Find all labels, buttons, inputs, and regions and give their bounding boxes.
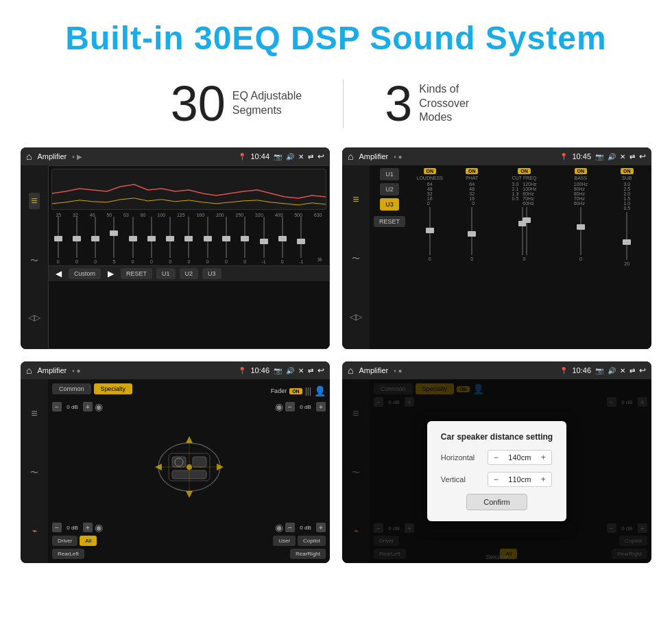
crossover-sidebar: ≡ 〜 ◁▷: [342, 165, 370, 349]
rr-speaker-icon: ◉: [275, 522, 283, 533]
cutfreq-fader-l[interactable]: [522, 207, 523, 255]
loudness-on[interactable]: ON: [424, 168, 437, 174]
wave-icon-3[interactable]: 〜: [30, 467, 38, 479]
reset-btn-cross[interactable]: RESET: [374, 216, 405, 227]
fader-15[interactable]: »: [314, 254, 325, 264]
copilot-btn[interactable]: Copilot: [298, 536, 326, 546]
fader-10[interactable]: 0: [221, 217, 232, 264]
menu-icon-3: ▪ ●: [72, 367, 80, 374]
fader-3[interactable]: 0: [90, 217, 101, 264]
menu-icon-1: ▪ ▶: [72, 153, 82, 160]
loudness-label: LOUDNESS: [416, 176, 443, 180]
horizontal-row: Horizontal − 140cm +: [441, 450, 553, 465]
stats-row: 30 EQ AdjustableSegments 3 Kinds ofCross…: [0, 69, 672, 147]
fl-speaker-icon: ◉: [95, 401, 103, 412]
camera-icon-1: 📷: [274, 153, 282, 160]
close-icon-3: ✕: [298, 367, 304, 374]
bass-label: BASS: [574, 176, 587, 180]
fader-on[interactable]: ON: [289, 388, 302, 394]
common-tab[interactable]: Common: [52, 383, 91, 394]
loudness-fader[interactable]: [429, 207, 431, 255]
rr-plus[interactable]: +: [316, 523, 326, 532]
sub-bottom: 20: [624, 261, 629, 266]
speaker-left-icon[interactable]: ◁▷: [28, 313, 40, 322]
home-icon-2[interactable]: ⌂: [348, 151, 353, 162]
back-icon-1[interactable]: ↩: [317, 152, 324, 161]
back-icon-4[interactable]: ↩: [639, 366, 646, 375]
fader-8[interactable]: 0: [183, 217, 194, 264]
confirm-button[interactable]: Confirm: [466, 494, 527, 510]
u3-btn-cross[interactable]: U3: [380, 198, 399, 211]
horizontal-minus[interactable]: −: [492, 453, 500, 462]
bt-icon-3[interactable]: ⌁: [32, 526, 37, 536]
fader-label: Fader: [271, 387, 287, 394]
u2-button-1[interactable]: U2: [180, 268, 199, 279]
eq-icon-2[interactable]: ≡: [352, 193, 359, 206]
rl-minus[interactable]: −: [52, 523, 62, 532]
topbar-3: ⌂ Amplifier ▪ ● 📍 10:46 📷 🔊 ✕ ⇄ ↩: [21, 361, 330, 379]
cutfreq-label: CUT FREQ: [512, 176, 537, 180]
specialty-sidebar: ≡ 〜 ⌁: [21, 379, 48, 563]
u1-button-1[interactable]: U1: [156, 268, 176, 279]
vertical-minus[interactable]: −: [492, 475, 500, 484]
fl-minus[interactable]: −: [52, 402, 62, 412]
rearright-btn[interactable]: RearRight: [290, 549, 326, 559]
rl-plus[interactable]: +: [83, 523, 93, 532]
location-icon-1: 📍: [238, 153, 246, 160]
eq-screen: ⌂ Amplifier ▪ ▶ 📍 10:44 📷 🔊 ✕ ⇄ ↩: [21, 147, 330, 349]
home-icon-4[interactable]: ⌂: [348, 365, 353, 376]
vertical-input: − 110cm +: [488, 472, 552, 487]
fader-12[interactable]: -1: [259, 217, 269, 264]
horizontal-plus[interactable]: +: [540, 453, 547, 462]
fader-9[interactable]: 0: [202, 217, 213, 264]
fl-plus[interactable]: +: [83, 402, 93, 412]
back-icon-2[interactable]: ↩: [639, 152, 646, 161]
rearleft-btn[interactable]: RearLeft: [52, 549, 84, 559]
fader-5[interactable]: 0: [128, 217, 139, 264]
fader-2[interactable]: 0: [71, 217, 82, 264]
driver-btn[interactable]: Driver: [52, 536, 77, 546]
sub-on[interactable]: ON: [621, 168, 634, 174]
specialty-tab[interactable]: Specialty: [94, 383, 133, 394]
u1-btn-cross[interactable]: U1: [380, 168, 399, 180]
cutfreq-on[interactable]: ON: [518, 168, 531, 174]
fader-1[interactable]: 0: [53, 217, 64, 264]
wave-icon-2[interactable]: 〜: [352, 253, 360, 265]
speaker-icon-2[interactable]: ◁▷: [350, 312, 362, 322]
home-icon-1[interactable]: ⌂: [26, 151, 32, 162]
fader-6[interactable]: 0: [146, 217, 157, 264]
prev-button[interactable]: ◀: [53, 269, 64, 278]
back-icon-3[interactable]: ↩: [317, 366, 324, 375]
eq-icon[interactable]: ≡: [29, 193, 39, 209]
reset-button-1[interactable]: RESET: [121, 268, 152, 279]
bass-on[interactable]: ON: [575, 168, 588, 174]
phat-fader[interactable]: [471, 207, 472, 255]
eq-label: EQ AdjustableSegments: [232, 89, 302, 118]
wave-icon[interactable]: 〜: [30, 255, 38, 267]
eq-icon-3[interactable]: ≡: [31, 407, 37, 420]
next-button[interactable]: ▶: [105, 269, 117, 278]
vertical-plus[interactable]: +: [540, 475, 547, 484]
fader-7[interactable]: 0: [165, 217, 176, 264]
fader-4[interactable]: 5: [108, 217, 119, 264]
custom-button[interactable]: Custom: [69, 268, 101, 279]
phat-on[interactable]: ON: [466, 168, 479, 174]
fr-plus[interactable]: +: [316, 402, 326, 412]
fader-11[interactable]: 0: [239, 217, 250, 264]
volume-icon-1: 🔊: [286, 153, 294, 160]
fader-13[interactable]: 0: [277, 217, 288, 264]
user-btn[interactable]: User: [273, 536, 296, 546]
camera-icon-2: 📷: [595, 153, 603, 160]
fader-14[interactable]: -1: [296, 217, 307, 264]
rr-minus[interactable]: −: [285, 523, 295, 532]
u3-button-1[interactable]: U3: [202, 268, 221, 279]
all-btn[interactable]: All: [80, 536, 97, 546]
cutfreq-fader-r[interactable]: [526, 207, 527, 255]
fr-minus[interactable]: −: [285, 402, 295, 412]
bass-fader[interactable]: [580, 207, 581, 255]
svg-point-12: [187, 464, 192, 470]
topbar-1: ⌂ Amplifier ▪ ▶ 📍 10:44 📷 🔊 ✕ ⇄ ↩: [21, 147, 330, 165]
sub-fader[interactable]: [626, 212, 627, 260]
u2-btn-cross[interactable]: U2: [380, 183, 399, 195]
home-icon-3[interactable]: ⌂: [26, 365, 32, 376]
